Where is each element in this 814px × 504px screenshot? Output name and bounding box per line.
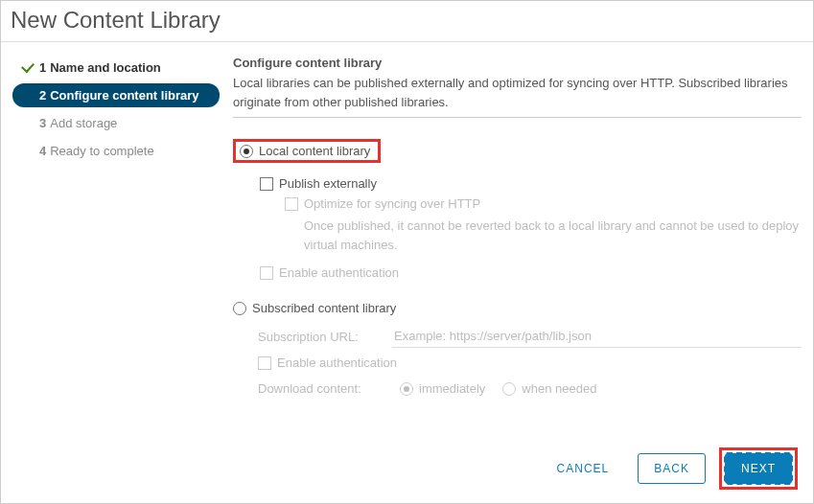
cancel-button[interactable]: CANCEL xyxy=(542,453,625,484)
step-num: 4 xyxy=(39,144,46,158)
radio-download-when-needed xyxy=(502,382,516,396)
checkbox-optimize-http xyxy=(285,197,298,211)
row-subscribed-library: Subscribed content library xyxy=(233,301,802,315)
download-content-label: Download content: xyxy=(258,381,383,396)
row-subscribed-auth: Enable authentication xyxy=(258,355,802,370)
step-add-storage: 3 Add storage xyxy=(12,111,220,135)
download-when-needed-label: when needed xyxy=(522,381,596,396)
radio-subscribed-label[interactable]: Subscribed content library xyxy=(252,301,396,315)
next-button[interactable]: NEXT xyxy=(725,453,792,484)
row-download-content: Download content: immediately when neede… xyxy=(258,381,802,396)
step-num: 1 xyxy=(39,60,46,75)
row-publish-externally: Publish externally xyxy=(260,176,802,191)
back-button[interactable]: BACK xyxy=(638,453,706,484)
radio-subscribed-library[interactable] xyxy=(233,302,246,315)
content-pane: Configure content library Local librarie… xyxy=(220,56,802,437)
step-label: Name and location xyxy=(50,60,161,75)
step-label: Ready to complete xyxy=(50,144,153,158)
highlight-local-option: Local content library xyxy=(233,139,381,163)
step-name-location[interactable]: 1 Name and location xyxy=(12,56,220,80)
section-title: Configure content library xyxy=(233,56,802,70)
subscription-url-input xyxy=(392,325,802,348)
download-when-needed-option: when needed xyxy=(502,381,596,396)
step-num: 3 xyxy=(39,116,46,130)
subscription-url-label: Subscription URL: xyxy=(258,330,383,344)
step-configure-library[interactable]: 2 Configure content library xyxy=(12,83,220,107)
dialog-title: New Content Library xyxy=(1,1,813,42)
radio-local-library[interactable] xyxy=(240,145,253,158)
highlight-next-button: NEXT xyxy=(719,447,798,490)
row-local-auth: Enable authentication xyxy=(260,265,802,280)
radio-download-immediately xyxy=(400,382,413,396)
checkbox-publish-externally[interactable] xyxy=(260,177,273,191)
checkbox-subscribed-auth-label: Enable authentication xyxy=(277,355,397,370)
download-immediately-label: immediately xyxy=(419,381,485,396)
download-immediately-option: immediately xyxy=(400,381,485,396)
checkbox-publish-label[interactable]: Publish externally xyxy=(279,176,377,191)
step-label: Configure content library xyxy=(50,88,198,103)
checkbox-optimize-label: Optimize for syncing over HTTP xyxy=(304,196,480,211)
row-subscription-url: Subscription URL: xyxy=(258,325,802,348)
row-optimize-http: Optimize for syncing over HTTP xyxy=(285,196,802,211)
step-num: 2 xyxy=(39,88,46,103)
checkbox-local-auth xyxy=(260,266,273,280)
divider xyxy=(233,117,802,118)
checkbox-local-auth-label: Enable authentication xyxy=(279,265,399,280)
step-label: Add storage xyxy=(50,116,117,130)
step-ready-complete: 4 Ready to complete xyxy=(12,139,220,163)
optimize-help-text: Once published, it cannot be reverted ba… xyxy=(285,217,802,254)
wizard-steps: 1 Name and location 2 Configure content … xyxy=(12,56,220,437)
checkbox-subscribed-auth xyxy=(258,356,271,370)
section-desc: Local libraries can be published externa… xyxy=(233,74,802,111)
radio-local-label[interactable]: Local content library xyxy=(259,144,370,158)
footer: CANCEL BACK NEXT xyxy=(1,437,813,503)
